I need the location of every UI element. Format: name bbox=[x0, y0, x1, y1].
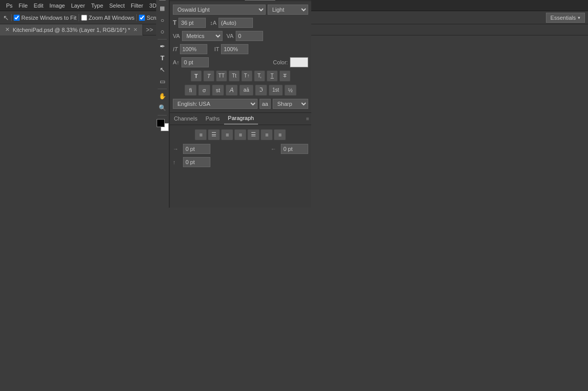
align-buttons-row: ≡ ☰ ≡ ≡ ☰ ≡ ≡ bbox=[170, 127, 311, 142]
space-before-input[interactable] bbox=[183, 157, 210, 167]
panel-bottom-expand[interactable]: ≡ bbox=[304, 116, 311, 122]
ligature-row: fi σ st A aā ℑ 1st ½ bbox=[170, 83, 311, 97]
hand-tool[interactable]: ✋ bbox=[157, 91, 168, 102]
style-sub-btn[interactable]: T, bbox=[254, 70, 265, 82]
scrubby-zoom-checkbox[interactable] bbox=[139, 15, 145, 21]
menu-file[interactable]: File bbox=[16, 3, 31, 9]
size-icon: T bbox=[173, 19, 176, 26]
color-swatch-area bbox=[157, 119, 168, 135]
zoom-tool[interactable]: 🔍 bbox=[157, 102, 168, 113]
tab-channels[interactable]: Channels bbox=[170, 112, 201, 125]
vert-scale-input[interactable] bbox=[221, 44, 248, 54]
align-center-btn[interactable]: ☰ bbox=[208, 129, 220, 140]
scale-row: IT IT bbox=[170, 43, 311, 56]
left-indent-icon: → bbox=[173, 146, 181, 152]
tab-paragraph[interactable]: Paragraph bbox=[224, 112, 258, 125]
right-indent-input[interactable] bbox=[281, 144, 308, 154]
aa-button[interactable]: aa bbox=[260, 99, 271, 109]
text-color-swatch[interactable] bbox=[290, 57, 308, 67]
tracking-input[interactable] bbox=[236, 31, 263, 41]
baseline-input[interactable] bbox=[181, 57, 209, 67]
align-right-btn[interactable]: ≡ bbox=[221, 129, 233, 140]
vert-scale-icon: IT bbox=[214, 46, 219, 52]
align-left-btn[interactable]: ≡ bbox=[195, 129, 207, 140]
essentials-button[interactable]: Essentials ▾ bbox=[546, 13, 585, 23]
eraser-tool[interactable]: ⬜ bbox=[157, 0, 168, 3]
tab-overflow-button[interactable]: >> bbox=[143, 26, 156, 33]
left-indent-input[interactable] bbox=[183, 144, 210, 154]
right-panels: Colo Swat Histo Prop Layers Actio ≡ Kind… bbox=[169, 0, 311, 208]
lig-1st-btn[interactable]: 1st bbox=[269, 85, 283, 96]
style-super-btn[interactable]: T↑ bbox=[241, 70, 252, 82]
blur-tool[interactable]: ○ bbox=[157, 15, 168, 26]
space-before-icon: ↑ bbox=[173, 159, 181, 165]
zoom-all-label: Zoom All Windows bbox=[89, 15, 134, 21]
indent-row-1: → ← bbox=[170, 142, 311, 155]
justify-center-btn[interactable]: ☰ bbox=[247, 129, 260, 140]
menu-type[interactable]: Type bbox=[88, 3, 106, 9]
kerning-select[interactable]: Metrics bbox=[182, 31, 223, 41]
character-panel: Oswald Light Light T ↕A VA Metrics bbox=[170, 1, 311, 112]
lig-half-btn[interactable]: ½ bbox=[284, 85, 297, 96]
menu-filter[interactable]: Filter bbox=[128, 3, 146, 9]
essentials-chevron-icon: ▾ bbox=[578, 15, 580, 20]
justify-all-btn[interactable]: ≡ bbox=[274, 129, 286, 140]
gradient-tool[interactable]: ▦ bbox=[157, 3, 168, 14]
leading-input[interactable] bbox=[218, 18, 253, 28]
style-small-caps-btn[interactable]: Tt bbox=[229, 70, 240, 82]
style-italic-btn[interactable]: T bbox=[203, 70, 214, 82]
essentials-label: Essentials bbox=[550, 15, 576, 21]
lig-a-btn[interactable]: A bbox=[226, 85, 238, 96]
size-leading-row: T ↕A bbox=[170, 16, 311, 29]
language-select[interactable]: English: USA bbox=[173, 99, 258, 109]
pen-tool[interactable]: ✒ bbox=[157, 41, 168, 52]
style-underline-btn[interactable]: T bbox=[267, 70, 278, 82]
font-weight-select[interactable]: Light bbox=[268, 5, 308, 15]
resize-windows-checkbox-label: Resize Windows to Fit bbox=[14, 15, 77, 21]
font-size-input[interactable] bbox=[178, 18, 206, 28]
menu-layer[interactable]: Layer bbox=[68, 3, 88, 9]
style-bold-btn[interactable]: T bbox=[191, 70, 202, 82]
panel-tabs-bottom: Channels Paths Paragraph ≡ bbox=[170, 113, 311, 125]
lig-aa-btn[interactable]: aā bbox=[239, 85, 253, 96]
indent-row-2: ↑ bbox=[170, 155, 311, 169]
menu-image[interactable]: Image bbox=[47, 3, 68, 9]
lig-frak-btn[interactable]: ℑ bbox=[255, 85, 267, 96]
justify-right-btn[interactable]: ≡ bbox=[261, 129, 273, 140]
move-tool-icon[interactable]: ↖ bbox=[3, 14, 9, 22]
anti-alias-select[interactable]: Sharp bbox=[273, 99, 308, 109]
right-indent-icon: ← bbox=[271, 146, 279, 152]
horiz-scale-input[interactable] bbox=[180, 44, 207, 54]
style-strikethrough-btn[interactable]: T̶ bbox=[279, 70, 290, 82]
lig-fi-btn[interactable]: fi bbox=[185, 85, 197, 96]
zoom-all-checkbox-label: Zoom All Windows bbox=[81, 15, 134, 21]
lang-aa-row: English: USA aa Sharp bbox=[170, 97, 311, 110]
font-family-select[interactable]: Oswald Light bbox=[173, 5, 266, 15]
menu-select[interactable]: Select bbox=[106, 3, 128, 9]
shape-tool[interactable]: ▭ bbox=[157, 76, 168, 87]
tracking-icon: VA bbox=[227, 33, 234, 39]
bottom-panel: Channels Paths Paragraph ≡ ≡ ☰ ≡ ≡ ☰ ≡ ≡ bbox=[170, 112, 311, 171]
style-all-caps-btn[interactable]: TT bbox=[216, 70, 227, 82]
leading-icon: ↕A bbox=[210, 20, 216, 26]
foreground-color[interactable] bbox=[157, 119, 165, 127]
dodge-tool[interactable]: ○ bbox=[157, 26, 168, 37]
menu-photoshop[interactable]: Ps bbox=[3, 3, 16, 9]
zoom-all-checkbox[interactable] bbox=[81, 15, 87, 21]
tab-modified-indicator: ✕ bbox=[5, 26, 10, 33]
menu-edit[interactable]: Edit bbox=[31, 3, 47, 9]
lig-sigma-btn[interactable]: σ bbox=[198, 85, 210, 96]
path-select-tool[interactable]: ↖ bbox=[157, 64, 168, 75]
type-tool[interactable]: T bbox=[157, 53, 168, 64]
paragraph-panel: ≡ ☰ ≡ ≡ ☰ ≡ ≡ → ← ↑ bbox=[170, 125, 311, 171]
baseline-icon: A↑ bbox=[173, 59, 179, 65]
justify-left-btn[interactable]: ≡ bbox=[234, 129, 246, 140]
tab-close-icon[interactable]: ✕ bbox=[133, 27, 137, 32]
lig-st-btn[interactable]: st bbox=[212, 85, 224, 96]
document-tab-label: KitcheniPad.psd @ 8.33% (Layer 1, RGB/16… bbox=[13, 27, 130, 33]
resize-windows-checkbox[interactable] bbox=[14, 15, 20, 21]
document-tab[interactable]: ✕ KitcheniPad.psd @ 8.33% (Layer 1, RGB/… bbox=[0, 24, 143, 35]
color-label: Color: bbox=[273, 59, 288, 65]
main-area: ↖ ⊞ ⬜ ⌒ 🪄 ⊹ 💧 ✚ 🖌 🖂 ↩ ⬜ ▦ ○ ○ ✒ T ↖ ▭ ✋ … bbox=[156, 0, 311, 208]
tab-paths[interactable]: Paths bbox=[201, 112, 224, 125]
